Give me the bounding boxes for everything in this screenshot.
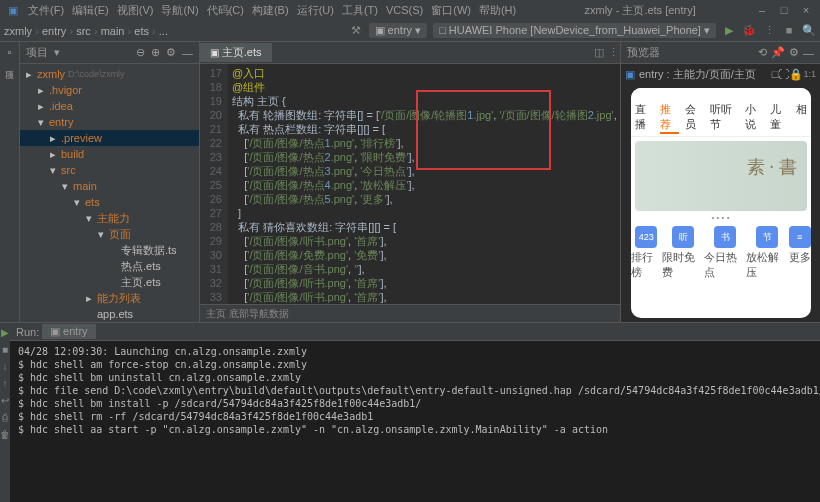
run-label: Run:: [16, 326, 39, 338]
editor-tabs: ▣ 主页.ets ◫ ⋮: [200, 42, 620, 64]
tree-node[interactable]: ▸.hvigor: [20, 82, 199, 98]
tree-node[interactable]: ▾entry: [20, 114, 199, 130]
breadcrumb-item[interactable]: entry: [42, 25, 66, 37]
tree-node[interactable]: ▾ets: [20, 194, 199, 210]
breadcrumb-item[interactable]: ets: [134, 25, 149, 37]
project-tab-icon[interactable]: ▫: [8, 46, 12, 58]
menu-item[interactable]: 运行(U): [297, 4, 334, 16]
run-icon[interactable]: ▶: [722, 24, 736, 38]
editor-tab[interactable]: ▣ 主页.ets: [200, 43, 273, 62]
more-tabs-icon[interactable]: ⋮: [606, 46, 620, 59]
stop-icon[interactable]: ■: [782, 24, 796, 38]
grid-item[interactable]: ≡更多: [789, 226, 811, 280]
tree-node[interactable]: ▸zxmly D:\code\zxmly: [20, 66, 199, 82]
tree-node[interactable]: ▾src: [20, 162, 199, 178]
tree-node[interactable]: ▾页面: [20, 226, 199, 242]
tree-node[interactable]: 热点.ets: [20, 258, 199, 274]
grid-item[interactable]: 书今日热点: [704, 226, 746, 280]
menu-item[interactable]: 导航(N): [161, 4, 198, 16]
window-title: zxmly - 主页.ets [entry]: [585, 3, 696, 18]
search-icon[interactable]: 🔍: [802, 24, 816, 38]
run-config-dropdown[interactable]: ▣ entry ▾: [369, 23, 428, 38]
tree-node[interactable]: ▸.idea: [20, 98, 199, 114]
hide-icon[interactable]: —: [182, 47, 193, 59]
editor-breadcrumb[interactable]: 主页 底部导航数据: [200, 304, 620, 322]
gear-icon[interactable]: ⚙: [789, 46, 799, 59]
target-icon[interactable]: ⊕: [151, 46, 160, 59]
menu-bar: ▣ 文件(F)编辑(E)视图(V)导航(N)代码(C)构建(B)运行(U)工具(…: [0, 0, 820, 20]
hide-icon[interactable]: —: [803, 47, 814, 59]
breadcrumb-item[interactable]: ...: [159, 25, 168, 37]
project-sidebar: 项目 ▾ ⊖ ⊕ ⚙ — ▸zxmly D:\code\zxmly▸.hvigo…: [20, 42, 200, 322]
device-icon[interactable]: □: [772, 68, 779, 80]
preview-tab[interactable]: 小说: [745, 102, 764, 134]
close-icon[interactable]: ×: [800, 4, 812, 16]
left-tool-strip: ▫ 项目: [0, 42, 20, 322]
breadcrumb-item[interactable]: zxmly: [4, 25, 32, 37]
preview-tab[interactable]: 直播: [635, 102, 654, 134]
preview-tab[interactable]: 相: [796, 102, 807, 134]
refresh-icon[interactable]: ⟲: [758, 46, 767, 59]
tree-node[interactable]: 主页.ets: [20, 274, 199, 290]
ability-icon: ▣: [625, 68, 635, 81]
stop-icon[interactable]: ■: [2, 344, 8, 355]
debug-icon[interactable]: 🐞: [742, 24, 756, 38]
menu-item[interactable]: 代码(C): [207, 4, 244, 16]
device-dropdown[interactable]: □ HUAWEI Phone [NewDevice_from_Huawei_Ph…: [433, 23, 716, 38]
preview-tab[interactable]: 儿童: [770, 102, 789, 134]
tree-node[interactable]: ▸能力列表: [20, 290, 199, 306]
run-panel: ▶ ■ ↓ ↑ ↩ ⎙ 🗑 Run: ▣ entry ⚙ — 04/28 12:…: [0, 322, 820, 502]
preview-title: 预览器: [627, 45, 660, 60]
menu-item[interactable]: 文件(F): [28, 4, 64, 16]
print-icon[interactable]: ⎙: [2, 412, 8, 423]
run-tab[interactable]: ▣ entry: [42, 324, 96, 339]
hammer-icon[interactable]: ⚒: [349, 24, 363, 38]
maximize-icon[interactable]: □: [778, 4, 790, 16]
menu-item[interactable]: 帮助(H): [479, 4, 516, 16]
tree-node[interactable]: ▾主能力: [20, 210, 199, 226]
project-tree[interactable]: ▸zxmly D:\code\zxmly▸.hvigor▸.idea▾entry…: [20, 64, 199, 322]
more-icon[interactable]: ⋮: [762, 24, 776, 38]
menu-item[interactable]: 视图(V): [117, 4, 154, 16]
gear-icon[interactable]: ⚙: [166, 46, 176, 59]
preview-tab[interactable]: 推荐: [660, 102, 679, 134]
grid-item[interactable]: 423排行榜: [631, 226, 663, 280]
trash-icon[interactable]: 🗑: [0, 429, 10, 440]
preview-tab[interactable]: 会员: [685, 102, 704, 134]
up-icon[interactable]: ↑: [3, 378, 8, 389]
nav-bar: zxmly › entry › src › main › ets › ... ⚒…: [0, 20, 820, 42]
breadcrumb-item[interactable]: main: [101, 25, 125, 37]
grid-item[interactable]: 听限时免费: [662, 226, 704, 280]
pin-icon[interactable]: 📌: [771, 46, 785, 59]
tree-node[interactable]: ▾main: [20, 178, 199, 194]
split-icon[interactable]: ◫: [592, 46, 606, 59]
tree-node[interactable]: ▸build: [20, 146, 199, 162]
collapse-icon[interactable]: ⊖: [136, 46, 145, 59]
menu-item[interactable]: 编辑(E): [72, 4, 109, 16]
minimize-icon[interactable]: –: [756, 4, 768, 16]
rerun-icon[interactable]: ▶: [1, 327, 9, 338]
breadcrumb-item[interactable]: src: [76, 25, 91, 37]
menu-item[interactable]: 窗口(W): [431, 4, 471, 16]
menu-item[interactable]: VCS(S): [386, 4, 423, 16]
tree-node[interactable]: ▸.preview: [20, 130, 199, 146]
device-preview: 直播推荐会员听听节小说儿童相 素 · 書 • • • • 423排行榜听限时免费…: [631, 88, 811, 318]
down-icon[interactable]: ↓: [3, 361, 8, 372]
code-editor[interactable]: 1718192021222324252627282930313233343536…: [200, 64, 620, 304]
preview-tab[interactable]: 听听节: [710, 102, 739, 134]
wrap-icon[interactable]: ↩: [1, 395, 9, 406]
run-tool-strip: ▶ ■ ↓ ↑ ↩ ⎙ 🗑: [0, 323, 10, 502]
lock-icon[interactable]: 🔒: [789, 68, 803, 81]
expand-icon[interactable]: ⛶: [778, 68, 789, 80]
banner-image: 素 · 書: [635, 141, 807, 211]
console-output[interactable]: 04/28 12:09:30: Launching cn.alzg.onsamp…: [10, 341, 820, 502]
tree-node[interactable]: 专辑数据.ts: [20, 242, 199, 258]
menu-item[interactable]: 构建(B): [252, 4, 289, 16]
sidebar-title: 项目: [26, 45, 48, 60]
menu-item[interactable]: 工具(T): [342, 4, 378, 16]
preview-panel: 预览器 ⟲ 📌 ⚙ — ▣ entry : 主能力/页面/主页 □ ⛶ 🔒 1:…: [620, 42, 820, 322]
tree-node[interactable]: app.ets: [20, 306, 199, 322]
editor-area: ▣ 主页.ets ◫ ⋮ 171819202122232425262728293…: [200, 42, 620, 322]
grid-item[interactable]: 节放松解压: [746, 226, 788, 280]
app-icon: ▣: [8, 4, 18, 17]
